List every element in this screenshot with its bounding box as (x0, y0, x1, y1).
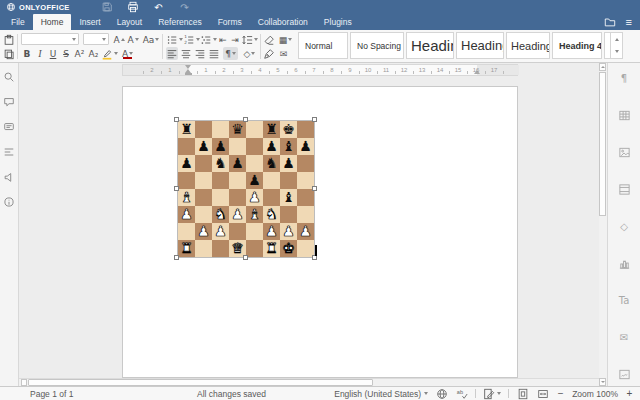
handle-w[interactable] (174, 186, 179, 191)
navigation-button[interactable] (3, 145, 16, 158)
black-piece: ♝ (282, 189, 295, 206)
copy-button[interactable] (3, 47, 15, 60)
undo-button[interactable]: ↶ (152, 1, 165, 14)
language-selector[interactable]: English (United States) (334, 389, 428, 399)
signature-settings-button[interactable] (617, 367, 631, 381)
bold-button[interactable]: B (21, 47, 33, 60)
handle-ne[interactable] (312, 117, 317, 122)
paste-button[interactable] (3, 33, 15, 46)
tab-collaboration[interactable]: Collaboration (250, 14, 316, 30)
page-indicator[interactable]: Page 1 of 1 (30, 389, 73, 399)
style-no-spacing[interactable]: No Spacing (350, 32, 404, 59)
shape-settings-button[interactable]: ◇ (617, 219, 631, 233)
main-menu-button[interactable]: ≡ (626, 14, 632, 30)
about-button[interactable] (3, 195, 16, 208)
hanging-indent-marker[interactable] (185, 73, 192, 75)
align-left-button[interactable] (166, 47, 178, 60)
comments-button[interactable] (3, 95, 16, 108)
subscript-button[interactable]: A₂ (87, 47, 100, 60)
scroll-up-button[interactable] (599, 63, 606, 71)
superscript-button[interactable]: A² (73, 47, 86, 60)
print-button[interactable] (126, 1, 139, 14)
style-heading-1[interactable]: Heading 1 (406, 32, 454, 59)
font-name-select[interactable] (21, 33, 79, 45)
chessboard-image[interactable]: ♜♛♜♚♟♟♟♝♟♟♞♟♞♟♟♝♟♝♟♞♟♝♞♟♟♟♟♟♜♛♜♚ (178, 121, 314, 257)
document-language-button[interactable] (435, 387, 448, 400)
increase-indent-button[interactable]: ⇥ (229, 33, 241, 46)
tab-layout[interactable]: Layout (109, 14, 151, 30)
hscroll-thumb[interactable] (28, 379, 373, 386)
document-canvas[interactable]: 123456789101112131415161721 ♜♛♜♚♟♟♟♝♟♟♞♟… (19, 63, 599, 386)
save-button[interactable] (100, 1, 113, 14)
table-settings-button[interactable] (617, 108, 631, 122)
tab-plugins[interactable]: Plugins (316, 14, 360, 30)
feedback-button[interactable] (3, 170, 16, 183)
paragraph-settings-button[interactable]: ¶ (617, 71, 631, 85)
track-changes-button[interactable] (483, 388, 501, 400)
zoom-in-button[interactable]: + (625, 388, 634, 399)
align-center-button[interactable] (180, 47, 192, 60)
underline-button[interactable]: U (47, 47, 59, 60)
image-settings-button[interactable] (617, 145, 631, 159)
line-spacing-button[interactable] (241, 33, 258, 46)
change-case-button[interactable]: Aa (142, 33, 160, 46)
spell-check-button[interactable]: ab (455, 387, 468, 400)
borders-button[interactable]: ▦ (277, 33, 294, 46)
chat-button[interactable] (3, 120, 16, 133)
ruler-tick (431, 71, 432, 74)
redo-button[interactable]: ↷ (178, 1, 191, 14)
open-file-location-button[interactable] (604, 16, 616, 28)
handle-s[interactable] (243, 255, 248, 260)
paragraph-shading-button[interactable]: ◇ (241, 47, 258, 60)
hscroll-stepper[interactable] (21, 379, 27, 386)
numbering-button[interactable]: 12 (183, 33, 199, 46)
horizontal-ruler[interactable]: 123456789101112131415161721 (122, 64, 518, 76)
scroll-down-button[interactable] (599, 378, 606, 386)
style-heading-2[interactable]: Heading 2 (456, 32, 504, 59)
mail-merge-button[interactable]: ✉ (277, 47, 290, 60)
handle-n[interactable] (243, 117, 248, 122)
fit-page-button[interactable] (516, 387, 529, 400)
style-heading-4[interactable]: Heading 4 (552, 32, 602, 59)
handle-e[interactable] (312, 186, 317, 191)
board-square: ♞ (212, 206, 229, 223)
font-color-button[interactable]: A (119, 47, 136, 60)
style-normal[interactable]: Normal (298, 32, 348, 59)
decrease-indent-button[interactable]: ⇤ (217, 33, 229, 46)
vscroll-thumb[interactable] (599, 72, 606, 216)
nonprinting-characters-button[interactable]: ¶ (223, 47, 238, 60)
clear-style-button[interactable] (263, 33, 275, 46)
ruler-tick (143, 71, 144, 74)
zoom-out-button[interactable]: − (556, 388, 565, 399)
multilevel-list-button[interactable] (200, 33, 216, 46)
copy-style-button[interactable] (263, 47, 275, 60)
handle-nw[interactable] (174, 117, 179, 122)
fit-width-button[interactable] (536, 387, 549, 400)
bullets-button[interactable] (166, 33, 182, 46)
document-page[interactable]: ♜♛♜♚♟♟♟♝♟♟♞♟♞♟♟♝♟♝♟♞♟♝♞♟♟♟♟♟♜♛♜♚ (122, 86, 518, 378)
white-piece: ♚ (282, 240, 295, 257)
handle-sw[interactable] (174, 255, 179, 260)
search-button[interactable] (3, 70, 16, 83)
align-justify-button[interactable] (208, 47, 220, 60)
mail-merge-settings-button[interactable]: ✉ (617, 330, 631, 344)
chart-settings-button[interactable] (617, 256, 631, 270)
increase-font-size-button[interactable]: A (113, 33, 125, 46)
tab-references[interactable]: References (150, 14, 209, 30)
align-right-button[interactable] (194, 47, 206, 60)
tab-insert[interactable]: Insert (71, 14, 108, 30)
horizontal-scrollbar[interactable] (19, 378, 599, 386)
text-art-settings-button[interactable]: Ta (617, 293, 631, 307)
tab-forms[interactable]: Forms (210, 14, 250, 30)
tab-home[interactable]: Home (33, 14, 72, 30)
font-size-select[interactable] (83, 33, 109, 45)
tab-file[interactable]: File (3, 14, 33, 30)
header-footer-settings-button[interactable] (617, 182, 631, 196)
style-heading-3[interactable]: Heading 3 (506, 32, 550, 59)
vertical-scrollbar[interactable] (599, 63, 607, 386)
decrease-font-size-button[interactable]: A (127, 33, 139, 46)
styles-gallery-scroll[interactable] (610, 32, 623, 59)
strikethrough-button[interactable]: S (60, 47, 72, 60)
highlight-color-button[interactable] (101, 47, 118, 60)
italic-button[interactable]: I (34, 47, 46, 60)
